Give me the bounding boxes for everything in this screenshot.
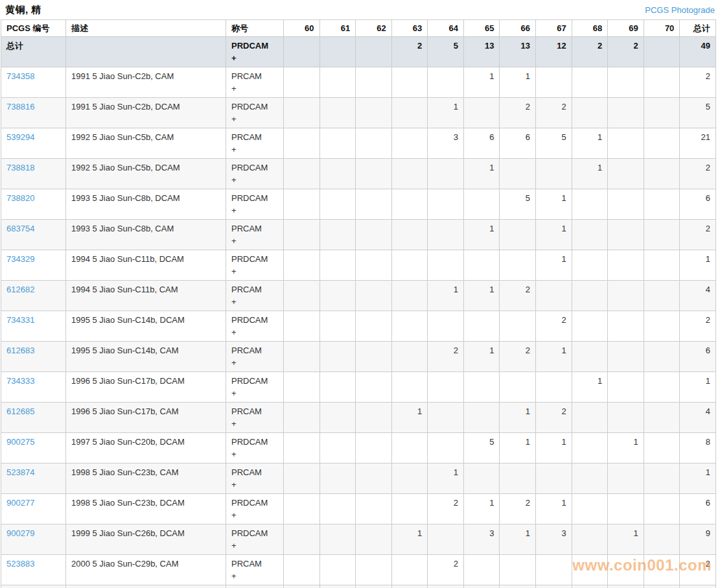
totals-grade-count	[644, 37, 680, 67]
coin-description: 1999 5 Jiao Sun-C26b, DCAM	[66, 524, 226, 555]
grade-count: 1	[608, 433, 644, 464]
grade-count: 5	[500, 189, 536, 220]
grade-count	[428, 433, 464, 464]
coin-description: 1993 5 Jiao Sun-C8b, DCAM	[66, 189, 226, 220]
grade-count	[391, 189, 428, 220]
grade-count	[644, 403, 680, 433]
table-row: 7343581991 5 Jiao Sun-C2b, CAMPRCAM +112	[1, 67, 716, 98]
table-row: 7388161991 5 Jiao Sun-C2b, DCAMPRDCAM +1…	[1, 98, 716, 128]
grade-count	[319, 585, 356, 588]
pcgs-number-link[interactable]: 900275	[6, 437, 34, 447]
grade-count: 5	[463, 433, 500, 464]
grade-count	[319, 159, 356, 189]
designation: PRDCAM +	[226, 433, 284, 464]
pcgs-number-link[interactable]: 900279	[6, 528, 34, 538]
grade-count	[608, 311, 644, 342]
pcgs-number-link[interactable]: 734358	[6, 71, 34, 81]
designation: PRCAM +	[226, 555, 284, 585]
grade-count	[572, 555, 608, 585]
grade-count	[284, 433, 320, 464]
grade-count	[356, 464, 392, 494]
coin-description: 1991 5 Jiao Sun-C2b, DCAM	[66, 98, 226, 128]
coin-description: 1996 5 Jiao Sun-C17b, CAM	[66, 403, 226, 433]
coin-description: 1998 5 Jiao Sun-C23b, CAM	[66, 464, 226, 494]
designation: PRDCAM +	[226, 494, 284, 524]
pcgs-number-cell: 900277	[1, 494, 66, 524]
grade-count	[356, 433, 392, 464]
grade-count	[428, 67, 464, 98]
table-row: 7343291994 5 Jiao Sun-C11b, DCAMPRDCAM +…	[1, 250, 716, 281]
grade-count	[284, 98, 320, 128]
pcgs-number-link[interactable]: 523874	[6, 467, 34, 477]
table-row: 7343331996 5 Jiao Sun-C17b, DCAMPRDCAM +…	[1, 372, 716, 403]
grade-count: 5	[536, 128, 572, 159]
grade-count: 1	[572, 372, 608, 403]
grade-count	[319, 403, 356, 433]
grade-count: 2	[500, 585, 536, 588]
grade-count	[644, 555, 680, 585]
pcgs-photograde-link[interactable]: PCGS Photograde	[645, 5, 715, 15]
coin-description: 1992 5 Jiao Sun-C5b, CAM	[66, 128, 226, 159]
designation: PRDCAM +	[226, 98, 284, 128]
pcgs-number-link[interactable]: 734333	[6, 376, 34, 386]
coin-description: 1994 5 Jiao Sun-C11b, CAM	[66, 281, 226, 311]
grade-count	[356, 67, 392, 98]
grade-count: 2	[536, 403, 572, 433]
pcgs-number-link[interactable]: 612683	[6, 346, 34, 355]
row-total: 1	[680, 372, 716, 403]
column-header: PCGS 编号	[1, 20, 66, 37]
totals-grade-count: 12	[536, 37, 572, 67]
column-header: 61	[319, 20, 356, 37]
grade-count: 6	[463, 128, 500, 159]
pcgs-number-link[interactable]: 523883	[6, 559, 34, 569]
pcgs-number-link[interactable]: 612685	[6, 406, 34, 416]
grade-count: 1	[428, 464, 464, 494]
pcgs-number-link[interactable]: 738820	[6, 193, 34, 203]
grade-count	[644, 311, 680, 342]
grade-count	[536, 464, 572, 494]
grade-count	[319, 464, 356, 494]
grade-count	[391, 433, 428, 464]
grade-count: 1	[536, 250, 572, 281]
pcgs-number-cell: 738820	[1, 189, 66, 220]
grade-count	[319, 433, 356, 464]
grade-count: 1	[572, 159, 608, 189]
row-total: 9	[680, 585, 716, 588]
designation: PRCAM +	[226, 342, 284, 372]
pcgs-number-link[interactable]: 900277	[6, 498, 34, 508]
grade-count	[536, 281, 572, 311]
grade-count: 1	[463, 342, 500, 372]
grade-count	[572, 464, 608, 494]
grade-count: 6	[500, 128, 536, 159]
grade-count	[463, 189, 500, 220]
grade-count: 2	[428, 585, 464, 588]
pcgs-number-link[interactable]: 738816	[6, 102, 34, 112]
pcgs-number-link[interactable]: 539294	[6, 132, 34, 142]
grade-count: 1	[391, 524, 428, 555]
page-title: 黄铜, 精	[5, 4, 41, 16]
pcgs-number-link[interactable]: 683754	[6, 224, 34, 233]
grade-count	[608, 67, 644, 98]
column-header: 67	[536, 20, 572, 37]
grade-count	[319, 281, 356, 311]
grade-count	[428, 524, 464, 555]
grade-count	[644, 281, 680, 311]
pcgs-number-link[interactable]: 612682	[6, 285, 34, 294]
table-row: 7388181992 5 Jiao Sun-C5b, DCAMPRDCAM +1…	[1, 159, 716, 189]
pcgs-number-cell: 734331	[1, 311, 66, 342]
table-row: 5238832000 5 Jiao Sun-C29b, CAMPRCAM +22	[1, 555, 716, 585]
grade-count	[644, 342, 680, 372]
grade-count	[319, 311, 356, 342]
pcgs-number-cell: 734333	[1, 372, 66, 403]
pcgs-number-link[interactable]: 738818	[6, 163, 34, 172]
grade-count	[284, 250, 320, 281]
pcgs-number-link[interactable]: 734329	[6, 254, 34, 264]
totals-label: 总计	[1, 37, 66, 67]
pcgs-number-cell: 738816	[1, 98, 66, 128]
row-total: 8	[680, 433, 716, 464]
pcgs-number-cell: 612682	[1, 281, 66, 311]
grade-count	[391, 250, 428, 281]
totals-grade-count: 2	[572, 37, 608, 67]
grade-count	[428, 372, 464, 403]
pcgs-number-link[interactable]: 734331	[6, 315, 34, 325]
